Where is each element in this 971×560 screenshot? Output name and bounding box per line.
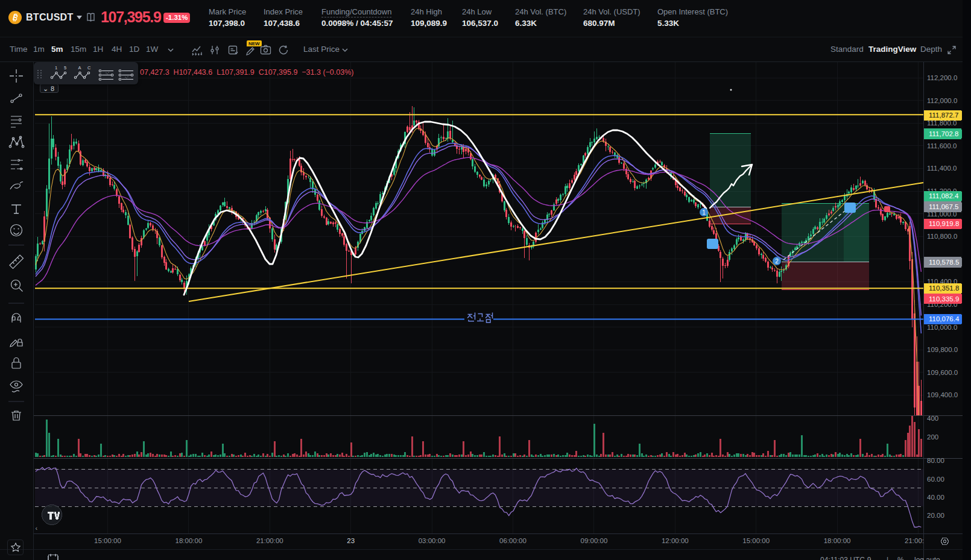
svg-text:111,872.7: 111,872.7 <box>929 112 958 119</box>
svg-text:1: 1 <box>702 209 706 216</box>
svg-text:1: 1 <box>55 65 57 71</box>
svg-text:21:00:: 21:00: <box>905 537 924 544</box>
svg-text:‹: ‹ <box>36 524 38 532</box>
svg-text:15:00:00: 15:00:00 <box>742 537 770 544</box>
svg-text:110,076.4: 110,076.4 <box>929 315 960 322</box>
svg-text:111,702.8: 111,702.8 <box>929 130 958 137</box>
svg-text:18:00:00: 18:00:00 <box>176 537 203 544</box>
svg-text:15:00:00: 15:00:00 <box>94 537 121 544</box>
svg-text:18:00:00: 18:00:00 <box>824 537 851 544</box>
svg-text:109,800.0: 109,800.0 <box>927 346 958 353</box>
svg-text:112,200.0: 112,200.0 <box>927 74 957 81</box>
svg-text:C: C <box>87 65 91 71</box>
svg-text:111,600.0: 111,600.0 <box>927 142 957 149</box>
svg-text:09:00:00: 09:00:00 <box>581 537 608 544</box>
svg-text:20.00: 20.00 <box>927 512 944 519</box>
svg-text:04:11:03 UTC-9: 04:11:03 UTC-9 <box>820 556 871 560</box>
svg-text:|: | <box>887 556 888 560</box>
svg-text:12:00:00: 12:00:00 <box>662 537 689 544</box>
svg-text:110,335.9: 110,335.9 <box>929 295 959 303</box>
svg-text:110,351.8: 110,351.8 <box>929 285 959 292</box>
svg-text:5: 5 <box>64 65 66 71</box>
svg-text:log auto: log auto <box>914 556 940 560</box>
svg-text:2: 2 <box>775 258 779 265</box>
svg-text:400: 400 <box>927 415 938 422</box>
svg-text:200: 200 <box>927 433 938 441</box>
svg-text:111,082.4: 111,082.4 <box>929 192 959 200</box>
svg-text:21:00:00: 21:00:00 <box>256 537 283 544</box>
svg-text:110,800.0: 110,800.0 <box>927 233 957 240</box>
svg-text:111,067.5: 111,067.5 <box>929 203 958 210</box>
svg-text:%: % <box>897 556 904 560</box>
svg-text:A: A <box>78 65 81 71</box>
svg-text:111,400.0: 111,400.0 <box>927 165 957 172</box>
svg-text:110,000.0: 110,000.0 <box>927 324 957 331</box>
svg-text:23: 23 <box>347 537 355 544</box>
svg-text:60.00: 60.00 <box>927 476 944 483</box>
svg-text:80.00: 80.00 <box>927 457 944 464</box>
svg-text:110,919.8: 110,919.8 <box>929 220 959 227</box>
svg-text:40.00: 40.00 <box>927 494 944 501</box>
svg-text:109,600.0: 109,600.0 <box>927 369 958 376</box>
svg-text:06:00:00: 06:00:00 <box>499 537 527 544</box>
svg-text:03:00:00: 03:00:00 <box>419 537 446 544</box>
svg-text:110,578.5: 110,578.5 <box>929 259 959 266</box>
svg-text:112,000.0: 112,000.0 <box>927 97 957 104</box>
svg-text:109,400.0: 109,400.0 <box>927 391 958 398</box>
